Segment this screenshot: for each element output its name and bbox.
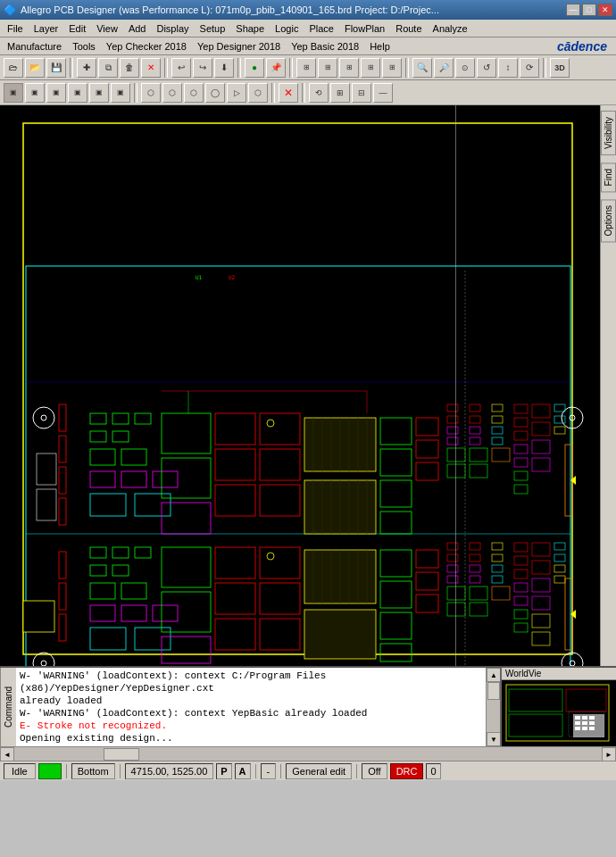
menu-add[interactable]: Add [123, 21, 152, 36]
tb-grid3[interactable]: ⊞ [339, 58, 359, 78]
status-p: P [216, 763, 231, 779]
tb-check[interactable]: ● [245, 58, 264, 78]
tb2-cancel[interactable]: ✕ [279, 83, 298, 103]
tb-refresh[interactable]: ⟳ [520, 58, 539, 78]
tb-undo[interactable]: ↩ [171, 58, 191, 78]
close-button[interactable]: ✕ [598, 4, 612, 16]
scroll-up-btn[interactable]: ▲ [487, 668, 501, 682]
tb-open[interactable]: 🗁 [4, 58, 23, 78]
status-edit-mode: General edit [286, 763, 352, 779]
tb-grid5[interactable]: ⊞ [382, 58, 402, 78]
log-scrollbar[interactable]: ▲ ▼ [486, 668, 500, 746]
tb-grid1[interactable]: ⊞ [296, 58, 316, 78]
scroll-thumb [487, 682, 500, 700]
minimap-svg [502, 680, 616, 745]
menu-yep-designer[interactable]: Yep Designer 2018 [192, 39, 286, 54]
tb-zoom-in[interactable]: 🔍 [412, 58, 432, 78]
tb2-b3[interactable]: ▣ [46, 83, 66, 103]
minimap-area: WorldVie [500, 668, 616, 746]
tb-grid4[interactable]: ⊞ [361, 58, 380, 78]
menu-layer[interactable]: Layer [29, 21, 64, 36]
status-sep-2 [120, 764, 121, 778]
tb-open2[interactable]: 📂 [25, 58, 45, 78]
status-layer: Bottom [71, 763, 115, 779]
tb-redo[interactable]: ⬇ [214, 58, 234, 78]
tb-sep-1 [70, 58, 73, 78]
menu-yep-basic[interactable]: Yep Basic 2018 [286, 39, 364, 54]
log-content-area[interactable]: W- 'WARNING' (loadContext): context C:/P… [16, 668, 486, 746]
menu-display[interactable]: Display [151, 21, 194, 36]
tb-sep-6 [543, 58, 546, 78]
minimize-button[interactable]: — [566, 4, 580, 16]
tb-zoom-fit[interactable]: ⊙ [455, 58, 475, 78]
menu-analyze[interactable]: Analyze [428, 21, 473, 36]
tb-grid2[interactable]: ⊞ [318, 58, 337, 78]
options-tab[interactable]: Options [601, 199, 616, 242]
menu-file[interactable]: File [2, 21, 29, 36]
status-sep-3 [255, 764, 256, 778]
tb2-b7[interactable]: ⬡ [141, 83, 161, 103]
tb2-b6[interactable]: ▣ [111, 83, 130, 103]
tb2-b15[interactable]: ⊞ [330, 83, 350, 103]
menu-edit[interactable]: Edit [63, 21, 91, 36]
hscroll-left-btn[interactable]: ◄ [0, 747, 14, 761]
tb2-b10[interactable]: ◯ [205, 83, 225, 103]
tb2-b1[interactable]: ▣ [4, 83, 23, 103]
tb-zoom-out[interactable]: 🔎 [434, 58, 454, 78]
tb2-b4[interactable]: ▣ [68, 83, 87, 103]
menu-help[interactable]: Help [364, 39, 395, 54]
tb-copy[interactable]: ⧉ [98, 58, 118, 78]
tb-mirror[interactable]: ↕ [498, 58, 518, 78]
tb-sep-3 [237, 58, 241, 78]
menu-shape[interactable]: Shape [230, 21, 270, 36]
menu-yep-checker[interactable]: Yep Checker 2018 [101, 39, 192, 54]
pcb-canvas-area[interactable]: U1 U2 [0, 105, 600, 666]
tb-cancel[interactable]: ✕ [141, 58, 161, 78]
tb-add[interactable]: ✚ [77, 58, 96, 78]
tb2-b17[interactable]: — [373, 83, 393, 103]
tb2-b2[interactable]: ▣ [25, 83, 45, 103]
hscroll-right-btn[interactable]: ► [602, 747, 616, 761]
svg-rect-172 [23, 601, 54, 632]
status-off: Off [362, 763, 387, 779]
scroll-down-btn[interactable]: ▼ [487, 732, 501, 746]
menu-place[interactable]: Place [304, 21, 339, 36]
status-count: 0 [426, 763, 440, 779]
svg-rect-190 [582, 721, 587, 725]
tb2-sep-2 [271, 83, 275, 103]
tb-3d[interactable]: 3D [550, 58, 570, 78]
tb-save[interactable]: 💾 [46, 58, 66, 78]
maximize-button[interactable]: □ [582, 4, 596, 16]
tb2-b11[interactable]: ▷ [227, 83, 246, 103]
main-layout: U1 U2 Visibility Find Options [0, 105, 616, 666]
log-label-text: Command [0, 668, 16, 746]
status-a: A [235, 763, 251, 779]
status-sep-1 [66, 764, 67, 778]
tb2-b5[interactable]: ▣ [89, 83, 109, 103]
log-line-2: already loaded [20, 695, 482, 707]
menu-logic[interactable]: Logic [270, 21, 304, 36]
tb-undo2[interactable]: ↪ [193, 58, 212, 78]
tb2-b12[interactable]: ⬡ [248, 83, 268, 103]
visibility-tab[interactable]: Visibility [601, 111, 616, 155]
tb-rotate[interactable]: ↺ [477, 58, 496, 78]
tb2-b14[interactable]: ⟲ [309, 83, 329, 103]
window-controls: — □ ✕ [566, 4, 612, 16]
menu-manufacture[interactable]: Manufacture [2, 39, 67, 54]
tb2-b16[interactable]: ⊟ [352, 83, 371, 103]
horizontal-scrollbar[interactable]: ◄ ► [0, 746, 616, 761]
menu-view[interactable]: View [91, 21, 123, 36]
tb-pin[interactable]: 📌 [266, 58, 286, 78]
tb2-b9[interactable]: ⬡ [184, 83, 204, 103]
hscroll-track [14, 747, 602, 761]
find-tab[interactable]: Find [601, 162, 616, 192]
menu-setup[interactable]: Setup [195, 21, 231, 36]
svg-rect-188 [589, 716, 595, 720]
menu-flowplan[interactable]: FlowPlan [339, 21, 390, 36]
tb2-b8[interactable]: ⬡ [162, 83, 182, 103]
pcb-canvas-svg: U1 U2 [0, 105, 600, 666]
menu-tools[interactable]: Tools [67, 39, 101, 54]
menu-route[interactable]: Route [390, 21, 427, 36]
status-mode: Idle [4, 763, 36, 779]
tb-delete[interactable]: 🗑 [120, 58, 139, 78]
